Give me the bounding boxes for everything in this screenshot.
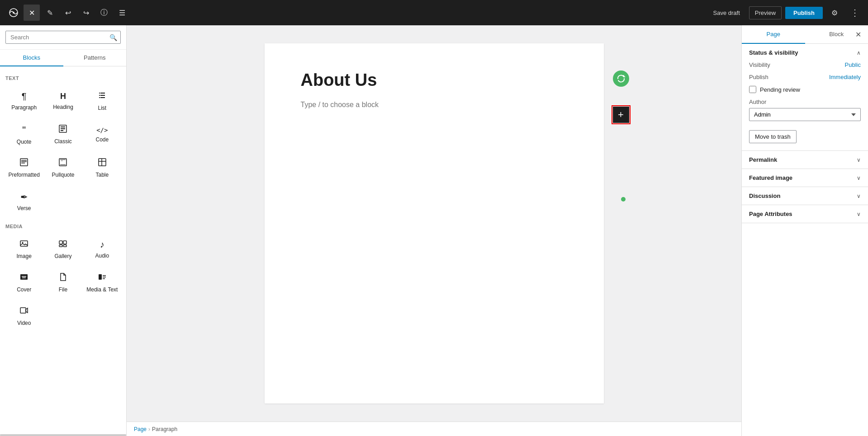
undo-button[interactable]: ↩ xyxy=(60,5,76,21)
green-dot-indicator xyxy=(621,197,626,202)
table-label: Table xyxy=(95,172,109,178)
svg-rect-18 xyxy=(60,164,66,165)
block-item-image[interactable]: Image xyxy=(5,233,43,264)
block-item-preformatted[interactable]: Preformatted xyxy=(5,151,43,183)
permalink-section: Permalink ∨ xyxy=(742,151,868,169)
block-item-pullquote[interactable]: " Pullquote xyxy=(44,151,81,183)
verse-label: Verse xyxy=(17,205,31,211)
pending-review-checkbox[interactable] xyxy=(749,86,756,93)
svg-rect-14 xyxy=(21,161,27,162)
tab-patterns[interactable]: Patterns xyxy=(63,50,127,66)
svg-rect-6 xyxy=(99,95,100,96)
publish-value[interactable]: Immediately xyxy=(829,74,861,80)
add-block-button[interactable]: + xyxy=(613,107,629,123)
svg-rect-7 xyxy=(99,97,100,98)
settings-button[interactable]: ⚙ xyxy=(826,5,843,21)
featured-image-header[interactable]: Featured image ∨ xyxy=(742,169,868,187)
pending-review-label[interactable]: Pending review xyxy=(760,86,800,93)
svg-rect-3 xyxy=(100,95,105,96)
status-visibility-section: Status & visibility ∧ Visibility Public … xyxy=(742,44,868,151)
paragraph-icon: ¶ xyxy=(22,91,27,102)
tab-blocks[interactable]: Blocks xyxy=(0,50,63,66)
visibility-value[interactable]: Public xyxy=(845,61,861,68)
block-item-file[interactable]: File xyxy=(44,266,81,298)
breadcrumb-block: Paragraph xyxy=(152,426,177,432)
svg-rect-15 xyxy=(21,163,25,164)
cover-icon xyxy=(19,272,28,284)
gallery-label: Gallery xyxy=(54,253,71,259)
permalink-header[interactable]: Permalink ∨ xyxy=(742,151,868,169)
discussion-header[interactable]: Discussion ∨ xyxy=(742,187,868,205)
image-icon xyxy=(19,239,28,250)
block-item-paragraph[interactable]: ¶ Paragraph xyxy=(5,84,43,116)
svg-rect-12 xyxy=(20,159,28,166)
author-select[interactable]: Admin xyxy=(749,108,861,121)
search-input[interactable] xyxy=(5,31,121,44)
quote-icon: " xyxy=(22,124,26,136)
page-attributes-header[interactable]: Page Attributes ∨ xyxy=(742,205,868,223)
wordpress-logo[interactable] xyxy=(5,5,22,21)
toolbar: ✕ ✎ ↩ ↪ ⓘ ☰ Save draft Preview Publish ⚙… xyxy=(0,0,868,25)
block-item-classic[interactable]: Classic xyxy=(44,118,81,150)
list-icon xyxy=(98,91,107,102)
save-draft-button[interactable]: Save draft xyxy=(708,7,745,19)
media-blocks-grid: Image Gallery ♪ xyxy=(5,233,121,331)
close-icon: ✕ xyxy=(29,9,35,17)
block-item-heading[interactable]: H Heading xyxy=(44,84,81,116)
block-item-code[interactable]: </> Code xyxy=(84,118,121,150)
page-attributes-chevron: ∨ xyxy=(857,211,861,217)
block-item-audio[interactable]: ♪ Audio xyxy=(84,233,121,264)
refresh-icon[interactable] xyxy=(613,70,629,87)
breadcrumb: Page › Paragraph xyxy=(127,422,741,436)
redo-button[interactable]: ↪ xyxy=(78,5,94,21)
close-button[interactable]: ✕ xyxy=(24,5,40,21)
permalink-title: Permalink xyxy=(749,156,777,163)
more-options-button[interactable]: ⋮ xyxy=(846,5,863,21)
editor-area: + About Us Type / to choose a block xyxy=(127,25,741,422)
block-item-list[interactable]: List xyxy=(84,84,121,116)
left-panel: 🔍 Blocks Patterns TEXT ¶ Paragraph H Hea… xyxy=(0,25,127,436)
paragraph-label: Paragraph xyxy=(11,104,37,111)
breadcrumb-page[interactable]: Page xyxy=(134,426,147,432)
close-panel-icon: ✕ xyxy=(855,30,861,39)
info-button[interactable]: ⓘ xyxy=(96,5,112,21)
code-label: Code xyxy=(95,136,109,143)
classic-label: Classic xyxy=(54,138,72,145)
move-to-trash-button[interactable]: Move to trash xyxy=(749,130,797,143)
pullquote-icon: " xyxy=(58,158,67,169)
page-attributes-section: Page Attributes ∨ xyxy=(742,205,868,223)
svg-rect-32 xyxy=(99,274,102,280)
undo-icon: ↩ xyxy=(65,9,71,17)
block-item-gallery[interactable]: Gallery xyxy=(44,233,81,264)
list-view-button[interactable]: ☰ xyxy=(114,5,130,21)
list-view-icon: ☰ xyxy=(119,9,125,17)
table-icon xyxy=(98,158,107,169)
status-visibility-body: Visibility Public Publish Immediately Pe… xyxy=(742,61,868,150)
verse-icon: ✒ xyxy=(20,192,28,202)
block-item-quote[interactable]: " Quote xyxy=(5,118,43,150)
svg-rect-29 xyxy=(20,274,28,280)
page-title[interactable]: About Us xyxy=(301,70,568,90)
svg-rect-31 xyxy=(22,277,26,278)
discussion-chevron: ∨ xyxy=(857,193,861,199)
svg-rect-26 xyxy=(63,241,66,244)
status-visibility-header[interactable]: Status & visibility ∧ xyxy=(742,44,868,61)
block-item-table[interactable]: Table xyxy=(84,151,121,183)
block-item-cover[interactable]: Cover xyxy=(5,266,43,298)
block-placeholder[interactable]: Type / to choose a block xyxy=(301,101,568,109)
add-block-icon: + xyxy=(618,110,624,120)
block-item-media-text[interactable]: Media & Text xyxy=(84,266,121,298)
preview-button[interactable]: Preview xyxy=(749,6,782,19)
publish-button[interactable]: Publish xyxy=(785,7,823,19)
svg-rect-25 xyxy=(59,241,62,244)
page-editor: + About Us Type / to choose a block xyxy=(265,43,604,403)
edit-button[interactable]: ✎ xyxy=(42,5,58,21)
block-item-video[interactable]: Video xyxy=(5,300,43,331)
media-text-label: Media & Text xyxy=(86,286,118,293)
right-tab-page[interactable]: Page xyxy=(742,25,805,44)
svg-rect-36 xyxy=(20,308,26,313)
close-right-panel-button[interactable]: ✕ xyxy=(852,28,864,41)
edit-icon: ✎ xyxy=(47,9,53,17)
status-visibility-chevron: ∧ xyxy=(857,50,861,56)
block-item-verse[interactable]: ✒ Verse xyxy=(5,185,43,216)
